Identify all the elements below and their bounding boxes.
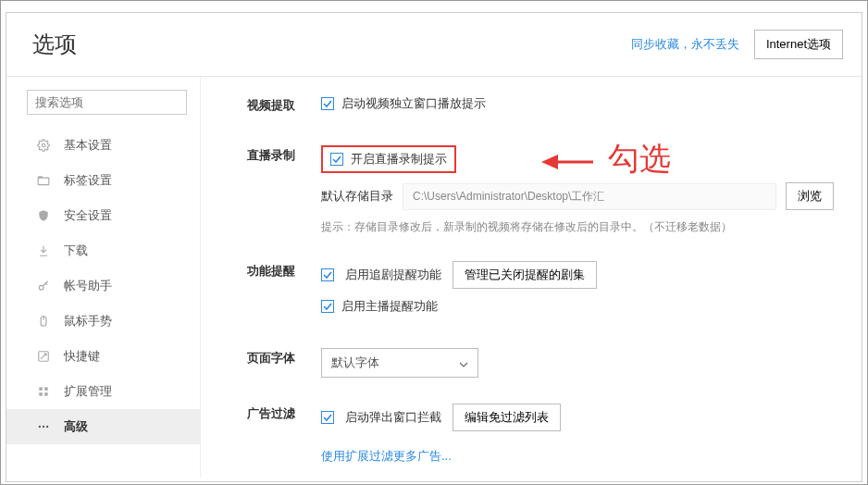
extension-icon <box>36 384 51 399</box>
svg-rect-8 <box>44 387 48 391</box>
font-select[interactable]: 默认字体 <box>321 348 478 378</box>
sidebar-item-label: 下载 <box>64 242 88 259</box>
sidebar-item-label: 标签设置 <box>64 172 112 189</box>
internet-options-button[interactable]: Internet选项 <box>754 30 843 59</box>
svg-rect-9 <box>39 392 43 396</box>
checkbox-streamer-reminder-label: 启用主播提醒功能 <box>341 298 438 315</box>
sidebar-item-key[interactable]: 帐号助手 <box>6 268 200 304</box>
sidebar-item-tab[interactable]: 标签设置 <box>6 163 200 198</box>
checkbox-drama-reminder-label: 启用追剧提醒功能 <box>345 267 441 283</box>
checkbox-video-popup[interactable] <box>321 97 334 110</box>
svg-point-11 <box>39 426 41 428</box>
page-title: 选项 <box>32 30 77 59</box>
storage-dir-label: 默认存储目录 <box>321 188 393 205</box>
sidebar-item-label: 基本设置 <box>64 137 112 154</box>
checkbox-live-record[interactable] <box>330 153 343 166</box>
shortcut-icon <box>36 349 51 364</box>
dots-icon <box>36 419 51 434</box>
svg-rect-10 <box>44 392 48 396</box>
svg-point-13 <box>46 426 48 428</box>
sidebar-item-shield[interactable]: 安全设置 <box>6 198 200 233</box>
storage-dir-value: C:\Users\Administrator\Desktop\工作汇 <box>403 183 776 210</box>
sidebar-item-label: 高级 <box>64 418 88 435</box>
section-reminder-label: 功能提醒 <box>247 261 321 280</box>
sidebar: 基本设置标签设置安全设置下载帐号助手鼠标手势快捷键扩展管理高级 <box>6 77 201 478</box>
checkbox-drama-reminder[interactable] <box>321 268 334 281</box>
annotation-text: 勾选 <box>608 138 671 180</box>
svg-point-12 <box>43 426 44 428</box>
sidebar-item-label: 扩展管理 <box>64 383 112 400</box>
download-icon <box>36 243 51 258</box>
svg-point-3 <box>39 285 43 290</box>
search-input[interactable] <box>27 90 187 115</box>
checkbox-popup-block-label: 启动弹出窗口拦截 <box>345 409 441 426</box>
content-panel: 视频提取 启动视频独立窗口播放提示 直播录制 开启直播录制提示 <box>201 77 862 478</box>
sidebar-item-download[interactable]: 下载 <box>6 233 200 268</box>
section-live-record-label: 直播录制 <box>247 145 321 164</box>
edit-whitelist-button[interactable]: 编辑免过滤列表 <box>453 404 561 431</box>
checkbox-streamer-reminder[interactable] <box>321 300 334 313</box>
sidebar-item-label: 鼠标手势 <box>64 313 112 330</box>
sidebar-item-shortcut[interactable]: 快捷键 <box>6 339 200 374</box>
sidebar-item-mouse[interactable]: 鼠标手势 <box>6 304 200 339</box>
gear-icon <box>36 138 51 153</box>
font-select-value: 默认字体 <box>331 354 379 371</box>
checkbox-live-record-label: 开启直播录制提示 <box>351 151 447 168</box>
more-adblock-link[interactable]: 使用扩展过滤更多广告... <box>321 448 452 465</box>
storage-dir-hint: 提示：存储目录修改后，新录制的视频将存储在修改后的目录中。（不迁移老数据） <box>321 219 834 235</box>
tab-icon <box>36 173 51 188</box>
svg-rect-2 <box>38 176 43 178</box>
section-font-label: 页面字体 <box>247 348 321 367</box>
annotation-arrow-icon <box>539 150 595 174</box>
manage-closed-reminders-button[interactable]: 管理已关闭提醒的剧集 <box>453 261 597 289</box>
sidebar-item-gear[interactable]: 基本设置 <box>6 128 200 163</box>
sidebar-item-label: 快捷键 <box>64 348 100 365</box>
header: 选项 同步收藏，永不丢失 Internet选项 <box>6 13 862 77</box>
checkbox-video-popup-label: 启动视频独立窗口播放提示 <box>341 95 486 112</box>
key-icon <box>36 279 51 293</box>
sidebar-item-extension[interactable]: 扩展管理 <box>6 374 200 409</box>
mouse-icon <box>36 314 51 329</box>
section-video-extract-label: 视频提取 <box>247 95 321 114</box>
sidebar-item-label: 安全设置 <box>64 207 112 224</box>
section-adblock-label: 广告过滤 <box>247 404 321 422</box>
checkbox-popup-block[interactable] <box>321 411 334 424</box>
shield-icon <box>36 208 51 223</box>
chevron-down-icon <box>459 356 468 370</box>
svg-rect-1 <box>38 178 49 185</box>
sidebar-item-dots[interactable]: 高级 <box>6 409 200 444</box>
svg-rect-7 <box>39 387 43 391</box>
svg-marker-15 <box>541 155 558 169</box>
browse-button[interactable]: 浏览 <box>786 182 834 210</box>
sidebar-item-label: 帐号助手 <box>64 278 112 294</box>
svg-point-0 <box>42 143 45 147</box>
annotation-highlight-box: 开启直播录制提示 <box>321 145 456 173</box>
sync-favorites-link[interactable]: 同步收藏，永不丢失 <box>631 36 739 53</box>
